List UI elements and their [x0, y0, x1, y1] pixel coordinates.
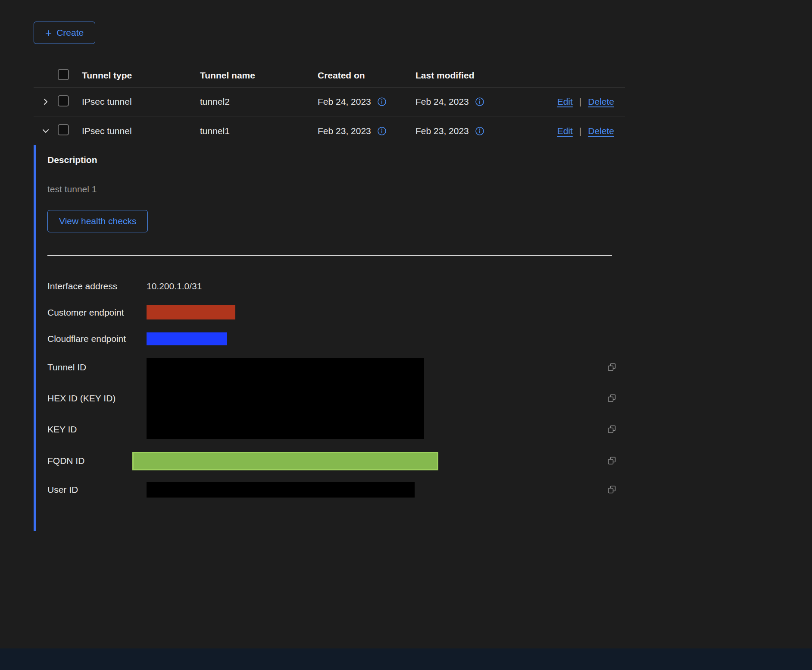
description-value: test tunnel 1: [47, 184, 625, 194]
chevron-down-icon: [41, 127, 50, 135]
fqdn-id-redacted-value: [132, 452, 438, 470]
copy-fqdn-id-button[interactable]: [606, 455, 618, 466]
cloudflare-endpoint-redacted-value: [147, 332, 227, 345]
copy-icon: [607, 456, 617, 466]
interface-address-label: Interface address: [47, 281, 147, 291]
info-icon: [377, 126, 387, 136]
copy-user-id-button[interactable]: [606, 484, 618, 495]
user-id-label: User ID: [47, 485, 147, 495]
checkbox-cell: [58, 95, 82, 109]
hex-id-copy-cell: [599, 393, 625, 404]
tunnel-id-label: Tunnel ID: [47, 362, 147, 373]
created-on-info-button[interactable]: [377, 126, 387, 136]
customer-endpoint-label: Customer endpoint: [47, 307, 147, 318]
interface-address-value: 10.200.1.0/31: [147, 281, 599, 291]
row-actions: Edit | Delete: [557, 97, 625, 107]
section-divider: [47, 255, 612, 256]
expand-cell: [34, 96, 58, 108]
created-on-value: Feb 24, 2023: [318, 97, 371, 107]
action-separator: |: [579, 126, 581, 136]
copy-icon: [607, 485, 617, 495]
copy-tunnel-id-button[interactable]: [606, 362, 618, 373]
cloudflare-endpoint-row: Cloudflare endpoint: [47, 326, 625, 352]
last-modified-info-button[interactable]: [475, 126, 484, 136]
created-on-value: Feb 23, 2023: [318, 126, 371, 136]
select-all-checkbox[interactable]: [58, 69, 69, 80]
ids-redacted-value: [147, 358, 424, 439]
last-modified-value: Feb 24, 2023: [415, 97, 469, 107]
user-id-copy-cell: [599, 484, 625, 495]
customer-endpoint-row: Customer endpoint: [47, 299, 625, 326]
view-health-checks-button[interactable]: View health checks: [47, 210, 148, 232]
copy-key-id-button[interactable]: [606, 424, 618, 435]
header-created-on: Created on: [318, 70, 415, 81]
table-row-tunnel1: IPsec tunnel tunnel1 Feb 23, 2023 Feb 23…: [34, 116, 625, 145]
bottom-band: [0, 648, 812, 670]
tunnels-table: Tunnel type Tunnel name Created on Last …: [34, 64, 625, 145]
action-separator: |: [579, 97, 581, 107]
customer-endpoint-redacted-value: [147, 305, 235, 319]
expand-cell: [34, 125, 58, 137]
expand-row-button[interactable]: [40, 96, 52, 108]
row-actions: Edit | Delete: [557, 126, 625, 136]
table-header-row: Tunnel type Tunnel name Created on Last …: [34, 64, 625, 88]
delete-link[interactable]: Delete: [588, 97, 614, 107]
header-last-modified: Last modified: [415, 70, 553, 81]
interface-address-row: Interface address 10.200.1.0/31: [47, 273, 625, 299]
tunnel-fields: Interface address 10.200.1.0/31 Customer…: [47, 273, 625, 503]
table-row-tunnel2: IPsec tunnel tunnel2 Feb 24, 2023 Feb 24…: [34, 88, 625, 116]
tunnel-name-cell: tunnel1: [200, 126, 318, 136]
info-icon: [377, 97, 387, 106]
plus-icon: +: [45, 27, 52, 38]
edit-link[interactable]: Edit: [557, 126, 573, 136]
header-tunnel-type: Tunnel type: [82, 70, 200, 81]
created-on-cell: Feb 24, 2023: [318, 97, 415, 107]
delete-link[interactable]: Delete: [588, 126, 614, 136]
fqdn-id-copy-cell: [599, 455, 625, 466]
header-checkbox-cell: [58, 69, 82, 82]
key-id-copy-cell: [599, 424, 625, 435]
user-id-redacted-value: [147, 482, 415, 498]
copy-icon: [607, 394, 617, 403]
fqdn-id-row: FQDN ID: [47, 445, 625, 477]
last-modified-cell: Feb 23, 2023: [415, 126, 553, 136]
fqdn-id-label: FQDN ID: [47, 456, 147, 466]
collapse-row-button[interactable]: [40, 125, 52, 137]
row-checkbox[interactable]: [58, 95, 69, 106]
copy-hex-id-button[interactable]: [606, 393, 618, 404]
hex-id-label: HEX ID (KEY ID): [47, 393, 147, 404]
create-button[interactable]: + Create: [34, 22, 95, 44]
chevron-right-icon: [41, 97, 50, 106]
tunnel-type-cell: IPsec tunnel: [82, 126, 200, 136]
info-icon: [475, 97, 484, 106]
info-icon: [475, 126, 484, 136]
key-id-label: KEY ID: [47, 424, 147, 435]
tunnel-detail-panel: Description test tunnel 1 View health ch…: [34, 145, 625, 531]
last-modified-info-button[interactable]: [475, 97, 484, 106]
edit-link[interactable]: Edit: [557, 97, 573, 107]
tunnel-ids-block: Tunnel ID HEX ID (KEY ID) KEY ID: [47, 352, 625, 445]
description-label: Description: [47, 155, 625, 165]
tunnel-id-copy-cell: [599, 362, 625, 373]
copy-icon: [607, 363, 617, 372]
created-on-info-button[interactable]: [377, 97, 387, 106]
created-on-cell: Feb 23, 2023: [318, 126, 415, 136]
tunnel-type-cell: IPsec tunnel: [82, 97, 200, 107]
tunnel-name-cell: tunnel2: [200, 97, 318, 107]
copy-icon: [607, 425, 617, 434]
header-tunnel-name: Tunnel name: [200, 70, 318, 81]
row-checkbox[interactable]: [58, 124, 69, 135]
cloudflare-endpoint-label: Cloudflare endpoint: [47, 334, 147, 344]
view-health-checks-label: View health checks: [59, 216, 136, 226]
create-button-label: Create: [56, 28, 84, 38]
checkbox-cell: [58, 124, 82, 138]
last-modified-cell: Feb 24, 2023: [415, 97, 553, 107]
ipsec-tunnels-page: + Create Tunnel type Tunnel name Created…: [0, 0, 812, 670]
last-modified-value: Feb 23, 2023: [415, 126, 469, 136]
user-id-row: User ID: [47, 477, 625, 503]
